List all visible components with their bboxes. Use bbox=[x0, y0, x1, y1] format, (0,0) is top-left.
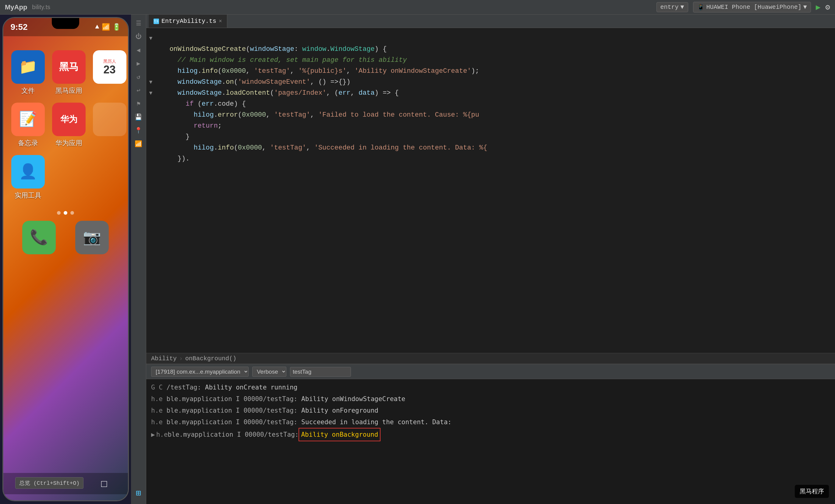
log-app: ble.myapplication I 00000/testTag: bbox=[167, 418, 302, 426]
tab-entry-ability[interactable]: ts EntryAbility.ts × bbox=[149, 15, 227, 28]
dot-1 bbox=[57, 211, 61, 215]
sidebar-pin-icon[interactable]: 📍 bbox=[133, 124, 145, 136]
ide-row: ☰ ⏻ ◀ ▶ ↺ ↩ ⚑ 💾 📍 📶 ⊞ bbox=[131, 15, 835, 504]
files-label: 文件 bbox=[21, 86, 35, 95]
battery-icon: 🔋 bbox=[113, 23, 121, 31]
process-selector[interactable]: [17918] com.ex...e.myapplication bbox=[151, 367, 249, 377]
camera-icon: 📷 bbox=[75, 221, 109, 254]
signal-icon: ▲ bbox=[95, 23, 99, 31]
app-title-area: MyApp bility.ts bbox=[5, 3, 50, 11]
phone-status-icons: ▲ 📶 🔋 bbox=[95, 23, 120, 31]
log-line: h.e ble.myapplication I 00000/testTag: A… bbox=[146, 393, 835, 405]
empty-icon-1 bbox=[93, 103, 126, 136]
log-prefix: h.e bbox=[151, 395, 163, 403]
app-grid: 📁 文件 黑马 黑马应用 黑历人 23 bbox=[6, 45, 125, 205]
tab-close-button[interactable]: × bbox=[219, 18, 222, 24]
huawei-label: 华为应用 bbox=[56, 139, 82, 148]
sidebar-overview-icon[interactable]: ⊞ bbox=[133, 487, 145, 499]
device-dropdown-icon: ▼ bbox=[803, 4, 807, 10]
run-button[interactable]: ▶ bbox=[816, 2, 821, 12]
sidebar-refresh-icon[interactable]: ↺ bbox=[133, 71, 145, 83]
log-prefix: h.e bbox=[151, 418, 163, 426]
calendar-icon: 黑历人 23 bbox=[93, 50, 126, 84]
log-line: h.e ble.myapplication I 00000/testTag: A… bbox=[146, 405, 835, 416]
list-item[interactable]: 👤 实用工具 bbox=[11, 155, 45, 200]
log-message: Ability onForeground bbox=[301, 407, 378, 414]
breadcrumb-part2: onBackground() bbox=[185, 355, 237, 362]
code-content: onWindowStageCreate(windowStage: window.… bbox=[155, 28, 835, 353]
list-item[interactable]: 📝 备忘录 bbox=[11, 103, 45, 148]
main-layout: 9:52 ▲ 📶 🔋 📁 文件 黑马 黑马应用 bbox=[0, 15, 835, 504]
log-line: G C /testTag: Ability onCreate running bbox=[146, 382, 835, 393]
memo-label: 备忘录 bbox=[18, 139, 38, 148]
sidebar-volume-down-icon[interactable]: ◀ bbox=[133, 44, 145, 56]
log-prefix: G C bbox=[151, 384, 163, 391]
sidebar-save-icon[interactable]: 💾 bbox=[133, 111, 145, 123]
phone-frame: 9:52 ▲ 📶 🔋 📁 文件 黑马 黑马应用 bbox=[2, 17, 129, 501]
branch-selector[interactable]: entry ▼ bbox=[656, 2, 688, 12]
tab-label: EntryAbility.ts bbox=[161, 18, 216, 25]
debug-toolbar: [17918] com.ex...e.myapplication Verbose bbox=[146, 364, 835, 379]
debug-panel: [17918] com.ex...e.myapplication Verbose… bbox=[146, 364, 835, 504]
log-message: Ability onCreate running bbox=[205, 384, 297, 391]
nav-recents-button[interactable]: □ bbox=[101, 478, 107, 489]
log-message-highlighted: Ability onBackground bbox=[299, 428, 381, 441]
log-message: Ability onWindowStageCreate bbox=[301, 395, 405, 403]
list-item[interactable]: 黑马 黑马应用 bbox=[52, 50, 86, 95]
phone-notch bbox=[52, 18, 79, 29]
log-line: h.e ble.myapplication I 00000/testTag: S… bbox=[146, 416, 835, 428]
debug-log: G C /testTag: Ability onCreate running h… bbox=[146, 379, 835, 504]
list-item[interactable]: 📷 bbox=[75, 221, 109, 254]
branch-label: entry bbox=[660, 4, 679, 10]
list-item[interactable]: 📞 bbox=[22, 221, 56, 254]
list-item[interactable]: 📁 文件 bbox=[11, 50, 45, 95]
play-icon: ▶ bbox=[151, 429, 155, 440]
log-line-highlighted: ▶ h.e ble.myapplication I 00000/testTag:… bbox=[146, 428, 835, 441]
sidebar-volume-up-icon[interactable]: ▶ bbox=[133, 57, 145, 69]
log-level-selector[interactable]: Verbose bbox=[252, 367, 286, 377]
log-message: Succeeded in loading the content. Data: bbox=[301, 418, 451, 426]
watermark: 黑马程序 bbox=[795, 485, 829, 498]
top-bar: MyApp bility.ts entry ▼ 📱 HUAWEI Phone [… bbox=[0, 0, 835, 15]
phone-time: 9:52 bbox=[11, 22, 28, 32]
breadcrumb-separator: › bbox=[179, 355, 183, 362]
memo-icon: 📝 bbox=[11, 103, 45, 136]
sidebar-power-icon[interactable]: ⏻ bbox=[133, 30, 145, 43]
device-icon: 📱 bbox=[697, 3, 705, 11]
list-item[interactable]: 黑历人 23 bbox=[93, 50, 126, 95]
code-editor[interactable]: ▼ ▼ ▼ onWindowStageCreate(windowStage: w… bbox=[146, 28, 835, 353]
phone-dock: 📞 📷 bbox=[6, 218, 125, 260]
list-item[interactable]: 华为 华为应用 bbox=[52, 103, 86, 148]
tab-bar: ts EntryAbility.ts × bbox=[146, 15, 835, 28]
log-app: ble.myapplication I 00000/testTag: bbox=[168, 429, 299, 440]
list-item[interactable] bbox=[93, 103, 126, 148]
app-name: MyApp bbox=[5, 3, 27, 11]
dot-2 bbox=[64, 211, 67, 215]
left-sidebar: ☰ ⏻ ◀ ▶ ↺ ↩ ⚑ 💾 📍 📶 ⊞ bbox=[131, 15, 146, 504]
files-icon: 📁 bbox=[11, 50, 45, 84]
branch-dropdown-icon: ▼ bbox=[680, 4, 684, 10]
ide-content: ts EntryAbility.ts × ▼ ▼ ▼ bbox=[146, 15, 835, 504]
sidebar-wifi-icon[interactable]: 📶 bbox=[133, 138, 145, 150]
heima-label: 黑马应用 bbox=[56, 86, 82, 95]
log-prefix: h.e bbox=[151, 407, 163, 414]
phone-panel: 9:52 ▲ 📶 🔋 📁 文件 黑马 黑马应用 bbox=[0, 15, 131, 504]
page-dots bbox=[6, 211, 125, 218]
settings-button[interactable]: ⚙ bbox=[825, 2, 830, 12]
breadcrumb: Ability › onBackground() bbox=[146, 353, 835, 364]
sidebar-undo-icon[interactable]: ↩ bbox=[133, 84, 145, 96]
watermark-text: 黑马程序 bbox=[800, 488, 824, 495]
dot-3 bbox=[70, 211, 74, 215]
log-search-input[interactable] bbox=[290, 367, 351, 377]
contacts-icon: 👤 bbox=[11, 155, 45, 189]
device-selector[interactable]: 📱 HUAWEI Phone [HuaweiPhone] ▼ bbox=[693, 2, 811, 13]
huawei-icon: 华为 bbox=[52, 103, 86, 136]
phone-call-icon: 📞 bbox=[22, 221, 56, 254]
heima-icon: 黑马 bbox=[52, 50, 86, 84]
ide-panel: ☰ ⏻ ◀ ▶ ↺ ↩ ⚑ 💾 📍 📶 ⊞ bbox=[131, 15, 835, 504]
sidebar-flag-icon[interactable]: ⚑ bbox=[133, 98, 145, 110]
sidebar-menu-icon[interactable]: ☰ bbox=[133, 17, 145, 29]
top-bar-right: entry ▼ 📱 HUAWEI Phone [HuaweiPhone] ▼ ▶… bbox=[656, 2, 830, 13]
file-name: bility.ts bbox=[32, 4, 50, 10]
log-prefix: h.e bbox=[156, 429, 168, 440]
